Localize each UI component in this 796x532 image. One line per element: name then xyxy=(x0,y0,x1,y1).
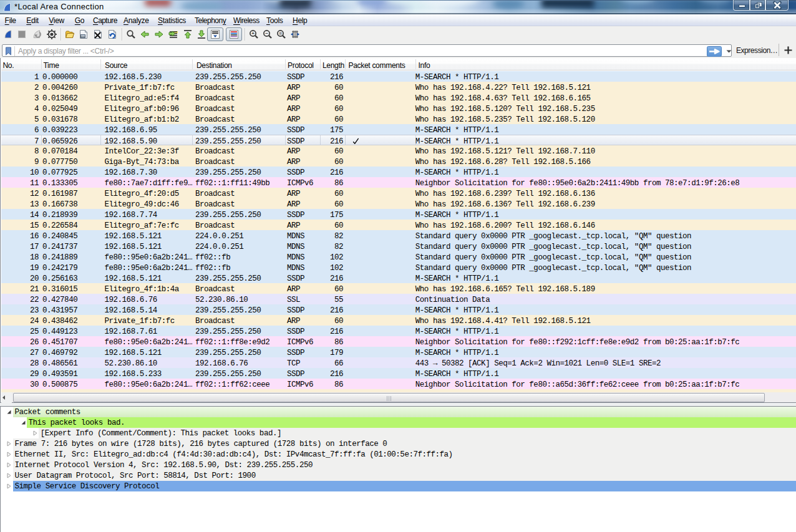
svg-text:−: − xyxy=(265,31,268,36)
svg-text:=: = xyxy=(279,31,282,36)
svg-text:+: + xyxy=(251,31,255,36)
svg-text:010: 010 xyxy=(80,35,85,38)
